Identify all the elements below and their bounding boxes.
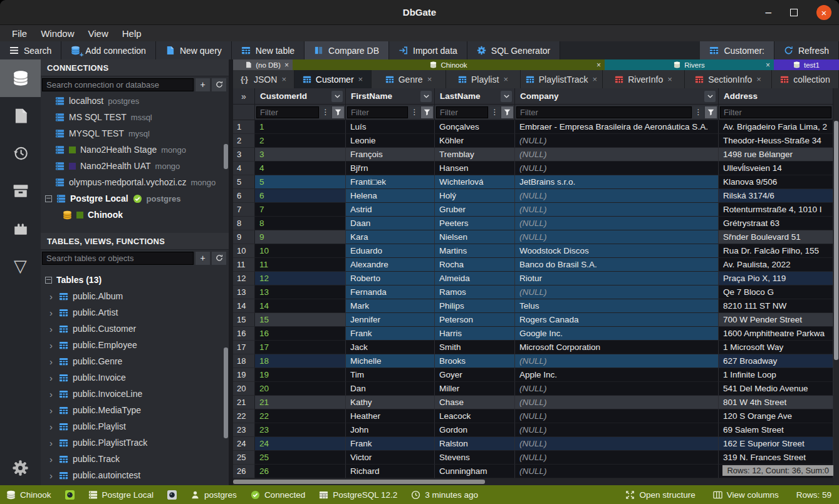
chevron-right-icon[interactable]: › — [50, 438, 55, 448]
grid-column-header-company[interactable]: Company — [515, 88, 719, 105]
horizontal-scrollbar-thumb[interactable] — [233, 480, 485, 484]
grid-column-header-address[interactable]: Address — [719, 88, 833, 105]
grid-cell[interactable]: Telus — [515, 299, 719, 313]
tab-group-test1[interactable]: test1 — [774, 59, 839, 70]
status-item-postgresql-12-2[interactable]: PostgreSQL 12.2 — [319, 490, 397, 500]
grid-cell[interactable]: Rocha — [435, 258, 515, 272]
grid-cell[interactable]: Leacock — [435, 409, 515, 423]
tables-plus-button[interactable]: + — [195, 252, 210, 265]
menu-item-view[interactable]: View — [81, 28, 115, 39]
grid-cell[interactable]: Miller — [435, 382, 515, 396]
horizontal-scrollbar[interactable] — [233, 478, 833, 485]
connection-item-nano2health-stage[interactable]: Nano2Health Stagemongo — [41, 141, 229, 158]
grid-cell[interactable]: Rotenturmstraße 4, 1010 I — [719, 203, 833, 217]
grid-cell[interactable]: 1600 Amphitheatre Parkwa — [719, 327, 833, 341]
filter-funnel-button[interactable] — [705, 106, 717, 118]
filter-funnel-button[interactable] — [332, 106, 344, 118]
tab-playlisttrack[interactable]: PlaylistTrack× — [521, 70, 603, 88]
grid-cell[interactable]: Ullevĺlsveien 14 — [719, 162, 833, 175]
grid-cell[interactable]: Banco do Brasil S.A. — [515, 258, 719, 272]
grid-cell[interactable]: Apple Inc. — [515, 368, 719, 382]
connection-item-chinook[interactable]: Chinook — [41, 207, 229, 223]
grid-cell[interactable]: 162 E Superior Street — [719, 437, 833, 451]
table-item-public-autoinctest[interactable]: ›public.autoinctest — [41, 467, 229, 483]
tables-refresh-button[interactable] — [212, 252, 226, 265]
grid-cell[interactable]: Hansen — [435, 162, 515, 175]
connections-scrollbar-thumb[interactable] — [224, 144, 228, 169]
grid-cell[interactable]: Helena — [346, 189, 435, 203]
grid-cell[interactable]: Köhler — [435, 134, 515, 148]
connections-search-input[interactable] — [42, 78, 194, 91]
status-item-badge-gray[interactable] — [167, 490, 177, 500]
grid-cell[interactable]: (NULL) — [515, 285, 719, 299]
tab-group-close-icon[interactable]: × — [597, 61, 601, 69]
rail-item-archive[interactable] — [0, 172, 41, 210]
grid-cell[interactable]: Holý — [435, 189, 515, 203]
grid-cell[interactable]: (NULL) — [515, 409, 719, 423]
grid-cell[interactable]: Wichterlová — [435, 175, 515, 189]
tab-close-icon[interactable]: × — [281, 75, 286, 84]
grid-cell[interactable]: 801 W 4th Street — [719, 396, 833, 409]
tab-group-rivers[interactable]: Rivers× — [605, 59, 774, 70]
tab-close-icon[interactable]: × — [667, 75, 672, 84]
add-connection-plus-button[interactable]: + — [195, 78, 210, 91]
grid-cell[interactable]: Tremblay — [435, 148, 515, 162]
grid-cell[interactable]: 16 — [255, 327, 346, 341]
grid-cell[interactable]: Richard — [346, 465, 435, 478]
filter-funnel-button[interactable] — [421, 106, 433, 118]
grid-cell[interactable]: 627 Broadway — [719, 354, 833, 368]
tab-close-icon[interactable]: × — [503, 75, 508, 84]
collapse-toggle-icon[interactable] — [45, 277, 52, 284]
grid-cell[interactable]: 9 — [255, 230, 346, 244]
status-item-badge-green[interactable] — [65, 490, 75, 500]
grid-cell[interactable]: 23 — [255, 423, 346, 437]
chevron-right-icon[interactable]: › — [50, 291, 55, 302]
column-dropdown-button[interactable] — [331, 91, 343, 102]
grid-cell[interactable]: Astrid — [346, 203, 435, 217]
grid-cell[interactable]: 18 — [255, 354, 346, 368]
grid-cell[interactable]: Grétrystraat 63 — [719, 217, 833, 230]
grid-cell[interactable]: (NULL) — [515, 354, 719, 368]
filter-menu-button[interactable]: ⋮ — [489, 106, 500, 118]
grid-cell[interactable]: 120 S Orange Ave — [719, 409, 833, 423]
grid-cell[interactable]: (NULL) — [515, 162, 719, 175]
grid-cell[interactable]: Peeters — [435, 217, 515, 230]
filter-input-lastname[interactable] — [436, 106, 488, 118]
grid-cell[interactable]: Gordon — [435, 423, 515, 437]
chevron-right-icon[interactable]: › — [50, 373, 55, 383]
grid-cell[interactable]: 319 N. Frances Street — [719, 451, 833, 465]
grid-cell[interactable]: Tim — [346, 368, 435, 382]
tab-group-no-db[interactable]: (no DB)× — [233, 59, 293, 70]
grid-cell[interactable]: Victor — [346, 451, 435, 465]
grid-cell[interactable]: (NULL) — [515, 465, 719, 478]
toolbar-button-add-connection[interactable]: +Add connection — [61, 41, 156, 59]
grid-cell[interactable]: Rua Dr. Falcăo Filho, 155 — [719, 244, 833, 258]
status-item-3-minutes-ago[interactable]: 3 minutes ago — [411, 490, 478, 500]
grid-column-header-firstname[interactable]: FirstName — [346, 88, 435, 105]
tab-group-close-icon[interactable]: × — [284, 61, 289, 69]
table-item-public-invoiceline[interactable]: ›public.InvoiceLine — [41, 386, 229, 402]
column-dropdown-button[interactable] — [704, 91, 716, 102]
column-dropdown-button[interactable] — [420, 91, 432, 102]
filter-funnel-button[interactable] — [501, 106, 513, 118]
grid-cell[interactable]: Ralston — [435, 437, 515, 451]
grid-cell[interactable]: 14 — [255, 299, 346, 313]
grid-cell[interactable]: Frank — [346, 437, 435, 451]
grid-cell[interactable]: Gruber — [435, 203, 515, 217]
toolbar-button-search[interactable]: Search — [0, 41, 61, 59]
grid-cell[interactable]: John — [346, 423, 435, 437]
filter-menu-button[interactable]: ⋮ — [693, 106, 704, 118]
grid-cell[interactable]: 17 — [255, 341, 346, 354]
grid-cell[interactable]: Woodstock Discos — [515, 244, 719, 258]
grid-cell[interactable]: 700 W Pender Street — [719, 313, 833, 327]
grid-cell[interactable]: Rogers Canada — [515, 313, 719, 327]
grid-column-header-lastname[interactable]: LastName — [435, 88, 515, 105]
table-item-public-employee[interactable]: ›public.Employee — [41, 337, 229, 353]
grid-cell[interactable]: (NULL) — [515, 189, 719, 203]
status-item-connected[interactable]: Connected — [251, 490, 305, 500]
grid-cell[interactable]: 13 — [255, 285, 346, 299]
grid-cell[interactable]: Qe 7 Bloco G — [719, 285, 833, 299]
grid-cell[interactable]: Fernanda — [346, 285, 435, 299]
tab-group-chinook[interactable]: Chinook× — [293, 59, 605, 70]
table-item-public-genre[interactable]: ›public.Genre — [41, 353, 229, 369]
